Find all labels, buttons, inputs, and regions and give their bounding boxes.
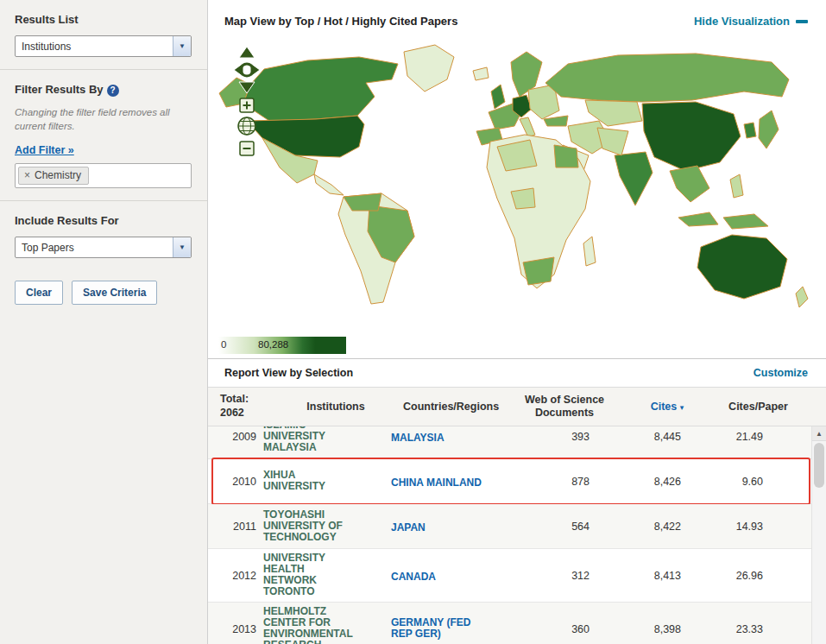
- filter-chip-chemistry[interactable]: × Chemistry: [18, 167, 89, 185]
- remove-filter-icon[interactable]: ×: [24, 170, 30, 180]
- region-greenland[interactable]: [404, 45, 454, 92]
- cites-cell: 8,398: [612, 623, 698, 635]
- table-row: 2009 ISLAMIC UNIVERSITY MALAYSIA MALAYSI…: [208, 426, 811, 459]
- table-row: 2013 HELMHOLTZ CENTER FOR ENVIRONMENTAL …: [208, 603, 811, 644]
- hide-visualization-link[interactable]: Hide Visualization: [694, 15, 808, 28]
- country-link[interactable]: MALAYSIA: [391, 432, 445, 444]
- country-link[interactable]: JAPAN: [391, 522, 426, 534]
- legend-min-label: 0: [221, 339, 226, 350]
- region-south-africa[interactable]: [523, 257, 554, 285]
- minus-icon: [796, 20, 808, 23]
- clear-button[interactable]: Clear: [15, 281, 63, 305]
- region-egypt[interactable]: [554, 145, 578, 167]
- col-header-countries: Countries/Regions: [403, 401, 505, 413]
- region-australia[interactable]: [697, 235, 787, 299]
- cites-per-paper-cell: 26.96: [705, 570, 787, 582]
- country-link[interactable]: CHINA MAINLAND: [391, 477, 482, 489]
- region-japan[interactable]: [759, 110, 779, 148]
- region-iceland[interactable]: [473, 67, 489, 80]
- include-results-select[interactable]: Top Papers ▼: [15, 237, 192, 258]
- cites-cell: 8,426: [612, 476, 698, 488]
- region-central-america[interactable]: [314, 174, 344, 195]
- include-results-heading: Include Results For: [15, 214, 192, 227]
- cites-cell: 8,413: [612, 570, 698, 582]
- region-philippines[interactable]: [730, 174, 743, 198]
- results-list-value: Institutions: [16, 41, 173, 53]
- region-italy[interactable]: [520, 117, 535, 137]
- hide-visualization-label: Hide Visualization: [694, 15, 790, 28]
- institution-link[interactable]: ISLAMIC UNIVERSITY MALAYSIA: [263, 426, 360, 453]
- region-indonesia-west[interactable]: [678, 212, 718, 226]
- sidebar: Results List Institutions ▼ Filter Resul…: [0, 0, 208, 644]
- results-list-heading: Results List: [15, 13, 192, 26]
- chevron-down-icon[interactable]: ▼: [173, 36, 191, 56]
- rank-cell: 2010: [208, 476, 256, 488]
- col-header-cites-per-paper: Cites/Paper: [717, 401, 799, 414]
- add-filter-link[interactable]: Add Filter »: [15, 144, 74, 156]
- filter-note: Changing the filter field removes all cu…: [15, 106, 192, 133]
- region-china[interactable]: [642, 102, 741, 171]
- zoom-in-button[interactable]: [240, 98, 254, 112]
- region-russia[interactable]: [545, 54, 789, 102]
- institution-link[interactable]: TOYOHASHI UNIVERSITY OF TECHNOLOGY: [263, 509, 360, 543]
- region-korea[interactable]: [744, 123, 756, 138]
- col-header-cites-sort[interactable]: Cites ▾: [624, 401, 710, 413]
- country-link[interactable]: CANADA: [391, 571, 436, 583]
- map-color-legend: 0 80,288: [218, 337, 346, 354]
- region-turkey[interactable]: [544, 116, 568, 126]
- pan-up-button[interactable]: [239, 47, 255, 58]
- region-uk[interactable]: [491, 85, 505, 109]
- include-results-section: Include Results For Top Papers ▼: [0, 201, 207, 270]
- total-label: Total:: [220, 393, 268, 407]
- total-count: Total: 2062: [220, 393, 268, 420]
- sidebar-buttons: Clear Save Criteria: [0, 270, 207, 315]
- region-pakistan[interactable]: [597, 128, 628, 155]
- help-icon[interactable]: ?: [107, 85, 119, 97]
- region-madagascar[interactable]: [583, 237, 596, 266]
- country-link[interactable]: GERMANY (FED REP GER): [391, 617, 489, 640]
- scrollbar-thumb[interactable]: [814, 443, 824, 488]
- map-header: Map View by Top / Hot / Highly Cited Pap…: [208, 0, 826, 38]
- legend-max-label: 80,288: [258, 339, 288, 350]
- table-body: 2009 ISLAMIC UNIVERSITY MALAYSIA MALAYSI…: [208, 426, 826, 644]
- rank-cell: 2009: [208, 431, 256, 443]
- docs-cell: 312: [500, 570, 605, 582]
- table-scrollbar[interactable]: ▲: [811, 426, 826, 644]
- esi-app: Results List Institutions ▼ Filter Resul…: [0, 0, 826, 644]
- rank-cell: 2013: [208, 623, 256, 635]
- map-pan-zoom-control[interactable]: [227, 45, 267, 166]
- zoom-out-button[interactable]: [240, 142, 254, 155]
- sort-caret-icon: ▾: [680, 403, 684, 412]
- cites-cell: 8,422: [612, 521, 698, 533]
- filter-by-label: Filter Results By: [15, 83, 104, 96]
- include-results-value: Top Papers: [16, 242, 173, 254]
- world-map-svg[interactable]: [212, 40, 821, 325]
- globe-reset-button[interactable]: [238, 117, 255, 135]
- report-view-title: Report View by Selection: [224, 367, 353, 379]
- world-map[interactable]: 0 80,288: [208, 38, 826, 358]
- region-new-zealand[interactable]: [796, 287, 808, 307]
- cites-label: Cites: [651, 401, 678, 413]
- col-header-institutions: Institutions: [275, 401, 396, 414]
- table-row-highlighted: 2010 XIHUA UNIVERSITY CHINA MAINLAND 878…: [208, 459, 811, 504]
- customize-link[interactable]: Customize: [753, 367, 808, 379]
- institution-link[interactable]: UNIVERSITY HEALTH NETWORK TORONTO: [263, 552, 360, 597]
- total-value: 2062: [220, 407, 268, 420]
- scroll-up-button[interactable]: ▲: [812, 426, 826, 441]
- results-list-select[interactable]: Institutions ▼: [15, 35, 192, 57]
- docs-cell: 360: [500, 623, 605, 635]
- cites-per-paper-cell: 9.60: [705, 476, 787, 488]
- region-indonesia-east[interactable]: [723, 214, 768, 229]
- institution-link[interactable]: XIHUA UNIVERSITY: [263, 470, 360, 492]
- chevron-down-icon[interactable]: ▼: [173, 237, 191, 257]
- cites-per-paper-cell: 14.93: [705, 521, 787, 533]
- main-panel: Map View by Top / Hot / Highly Cited Pap…: [208, 0, 826, 644]
- docs-cell: 564: [500, 521, 605, 533]
- table-rows: 2009 ISLAMIC UNIVERSITY MALAYSIA MALAYSI…: [208, 426, 811, 644]
- save-criteria-button[interactable]: Save Criteria: [72, 281, 157, 305]
- institution-link[interactable]: HELMHOLTZ CENTER FOR ENVIRONMENTAL RESEA…: [263, 606, 360, 644]
- region-india[interactable]: [615, 152, 653, 205]
- region-southeast-asia[interactable]: [670, 166, 709, 202]
- pan-down-button[interactable]: [239, 82, 255, 93]
- cites-cell: 8,445: [612, 431, 698, 443]
